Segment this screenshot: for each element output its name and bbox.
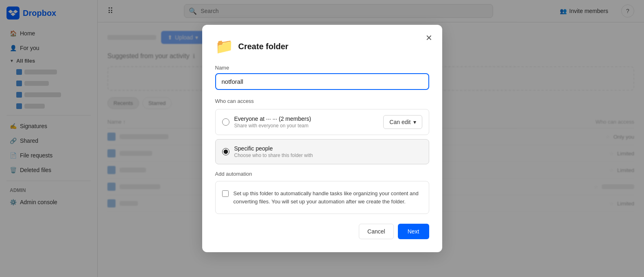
automation-checkbox[interactable] [222, 190, 229, 197]
close-icon: ✕ [426, 33, 432, 43]
cancel-label: Cancel [367, 228, 385, 235]
can-edit-label: Can edit [389, 119, 410, 125]
modal-overlay: ✕ 📁 Create folder Name Who can access Ev… [0, 0, 644, 277]
add-automation-label: Add automation [215, 171, 429, 177]
everyone-option-sublabel: Share with everyone on your team [234, 123, 384, 129]
modal-folder-icon: 📁 [215, 38, 234, 55]
cancel-button[interactable]: Cancel [359, 224, 394, 239]
automation-section: Add automation Set up this folder to aut… [215, 171, 429, 214]
can-edit-chevron-icon: ▾ [413, 119, 416, 125]
specific-people-radio-input[interactable] [222, 148, 229, 155]
create-folder-modal: ✕ 📁 Create folder Name Who can access Ev… [202, 25, 442, 252]
modal-footer: Cancel Next [215, 224, 429, 239]
modal-header: 📁 Create folder [215, 38, 429, 55]
automation-box: Set up this folder to automatically hand… [215, 181, 429, 214]
folder-name-input[interactable] [215, 73, 429, 90]
next-button[interactable]: Next [398, 224, 429, 239]
automation-text: Set up this folder to automatically hand… [234, 190, 421, 205]
next-label: Next [408, 228, 419, 235]
specific-people-radio-text: Specific people Choose who to share this… [234, 145, 422, 158]
specific-people-option-sublabel: Choose who to share this folder with [234, 153, 422, 158]
everyone-option-label: Everyone at ··· ··· (2 members) [234, 116, 384, 122]
modal-title: Create folder [238, 42, 288, 51]
can-edit-button[interactable]: Can edit ▾ [383, 115, 422, 129]
specific-people-option-label: Specific people [234, 145, 422, 152]
who-can-access-label: Who can access [215, 98, 429, 104]
everyone-radio-input[interactable] [222, 118, 229, 126]
everyone-radio-text: Everyone at ··· ··· (2 members) Share wi… [234, 116, 384, 129]
everyone-radio-option[interactable]: Everyone at ··· ··· (2 members) Share wi… [215, 109, 429, 135]
modal-close-button[interactable]: ✕ [423, 31, 436, 44]
name-label: Name [215, 65, 429, 71]
specific-people-radio-option[interactable]: Specific people Choose who to share this… [215, 139, 429, 164]
